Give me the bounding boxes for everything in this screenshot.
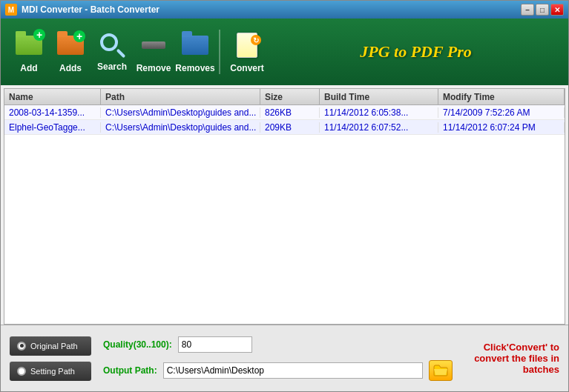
col-header-name[interactable]: Name bbox=[4, 89, 101, 104]
removes-icon bbox=[180, 30, 210, 60]
bottom-panel: Original Path Setting Path Quality(30..1… bbox=[1, 325, 568, 391]
file-list: Name Path Size Build Time Modify Time 20… bbox=[4, 88, 565, 325]
quality-label: Quality(30..100): bbox=[103, 339, 172, 350]
col-header-size[interactable]: Size bbox=[260, 89, 320, 104]
settings-fields: Quality(30..100): Output Path: bbox=[103, 336, 453, 381]
cell-build-time: 11/14/2012 6:07:52... bbox=[320, 122, 438, 133]
remove-button[interactable]: Remove bbox=[133, 22, 174, 82]
col-header-path[interactable]: Path bbox=[101, 89, 260, 104]
cell-path: C:\Users\Admin\Desktop\guides and... bbox=[101, 107, 260, 118]
adds-label: Adds bbox=[59, 63, 82, 73]
maximize-button[interactable]: □ bbox=[536, 4, 549, 16]
table-row[interactable]: 2008-03-14-1359... C:\Users\Admin\Deskto… bbox=[4, 105, 565, 120]
toolbar: + Add + Adds Search bbox=[1, 19, 568, 85]
add-label: Add bbox=[20, 63, 37, 73]
quality-row: Quality(30..100): bbox=[103, 336, 453, 353]
remove-label: Remove bbox=[137, 63, 171, 73]
app-icon: M bbox=[5, 4, 17, 16]
cell-name: 2008-03-14-1359... bbox=[4, 107, 101, 118]
remove-icon bbox=[139, 30, 168, 60]
adds-icon: + bbox=[56, 30, 85, 60]
titlebar: M MDI Converter - Batch Converter – □ ✕ bbox=[1, 1, 568, 19]
search-label: Search bbox=[97, 62, 127, 72]
convert-icon: ↻ bbox=[232, 30, 262, 60]
minimize-button[interactable]: – bbox=[521, 4, 534, 16]
main-window: M MDI Converter - Batch Converter – □ ✕ … bbox=[0, 0, 569, 392]
quality-input[interactable] bbox=[178, 336, 252, 353]
table-header: Name Path Size Build Time Modify Time bbox=[4, 89, 565, 105]
titlebar-title: M MDI Converter - Batch Converter bbox=[5, 4, 159, 16]
removes-label: Removes bbox=[175, 63, 214, 73]
table-body: 2008-03-14-1359... C:\Users\Admin\Deskto… bbox=[4, 105, 565, 324]
add-button[interactable]: + Add bbox=[8, 22, 50, 82]
removes-button[interactable]: Removes bbox=[174, 22, 216, 82]
browse-button[interactable] bbox=[429, 360, 453, 381]
search-icon bbox=[99, 32, 125, 59]
setting-path-label: Setting Path bbox=[30, 367, 75, 376]
setting-path-button[interactable]: Setting Path bbox=[10, 362, 91, 381]
adds-button[interactable]: + Adds bbox=[50, 22, 91, 82]
convert-button[interactable]: ↻ Convert bbox=[223, 22, 271, 82]
output-input[interactable] bbox=[163, 362, 423, 379]
brand-text: JPG to PDF Pro bbox=[271, 42, 561, 62]
output-label: Output Path: bbox=[103, 365, 157, 376]
cell-modify-time: 7/14/2009 7:52:26 AM bbox=[438, 107, 565, 118]
path-buttons: Original Path Setting Path bbox=[10, 336, 91, 381]
cell-size: 209KB bbox=[260, 122, 320, 133]
titlebar-buttons: – □ ✕ bbox=[521, 4, 564, 16]
cell-build-time: 11/14/2012 6:05:38... bbox=[320, 107, 438, 118]
original-path-button[interactable]: Original Path bbox=[10, 336, 91, 356]
table-row[interactable]: Elphel-GeoTagge... C:\Users\Admin\Deskto… bbox=[4, 120, 565, 135]
convert-label: Convert bbox=[230, 63, 263, 73]
col-header-modify-time[interactable]: Modify Time bbox=[438, 89, 565, 104]
original-path-label: Original Path bbox=[30, 342, 78, 351]
hint-area: Click'Convert' to convert the files in b… bbox=[464, 342, 559, 375]
cell-modify-time: 11/14/2012 6:07:24 PM bbox=[438, 122, 565, 133]
toolbar-separator bbox=[219, 30, 220, 74]
col-header-build-time[interactable]: Build Time bbox=[320, 89, 438, 104]
window-title: MDI Converter - Batch Converter bbox=[22, 4, 159, 15]
add-icon: + bbox=[14, 30, 44, 60]
cell-name: Elphel-GeoTagge... bbox=[4, 122, 101, 133]
folder-icon bbox=[433, 364, 448, 377]
cell-path: C:\Users\Admin\Desktop\guides and... bbox=[101, 122, 260, 133]
hint-text: Click'Convert' to convert the files in b… bbox=[464, 342, 559, 375]
output-row: Output Path: bbox=[103, 360, 453, 381]
search-button[interactable]: Search bbox=[91, 22, 133, 82]
original-path-radio bbox=[17, 342, 26, 351]
setting-path-radio bbox=[17, 367, 26, 376]
close-button[interactable]: ✕ bbox=[550, 4, 564, 16]
cell-size: 826KB bbox=[260, 107, 320, 118]
